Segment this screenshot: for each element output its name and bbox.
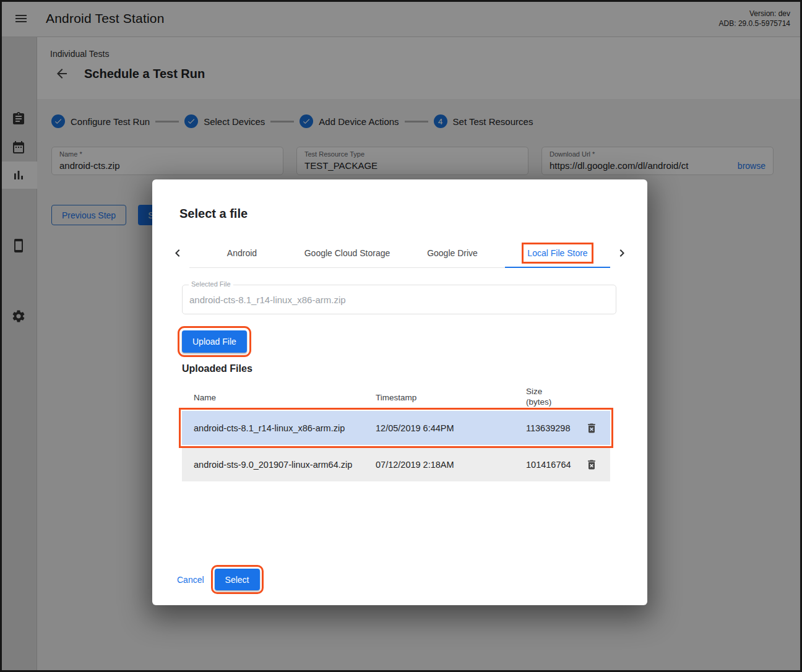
tab-label: Google Cloud Storage [304, 248, 390, 258]
table-header-row: Name Timestamp Size (bytes) [182, 384, 610, 411]
uploaded-files-table: Name Timestamp Size (bytes) android-cts-… [182, 384, 610, 484]
tab-local-file-store[interactable]: Local File Store [505, 238, 610, 267]
trash-icon [585, 459, 598, 471]
tab-android[interactable]: Android [189, 238, 295, 267]
timestamp-cell: 12/05/2019 6:44PM [376, 423, 526, 433]
tab-label: Android [227, 248, 257, 258]
chevron-left-icon [170, 246, 185, 261]
file-name-cell: android-cts-8.1_r14-linux_x86-arm.zip [182, 423, 376, 433]
select-file-dialog: Select a file Android Google Cloud Stora… [152, 179, 647, 605]
size-cell: 113639298 [526, 423, 573, 433]
tab-google-cloud-storage[interactable]: Google Cloud Storage [295, 238, 400, 267]
delete-file-button[interactable] [583, 456, 600, 473]
cancel-button[interactable]: Cancel [177, 575, 204, 585]
tabs-scroll-left-button[interactable] [166, 238, 189, 268]
selected-file-value: android-cts-8.1_r14-linux_x86-arm.zip [189, 285, 609, 314]
upload-file-button[interactable]: Upload File [182, 330, 247, 353]
select-button[interactable]: Select [215, 569, 260, 590]
tabs: Android Google Cloud Storage Google Driv… [189, 238, 610, 268]
dialog-title: Select a file [179, 207, 248, 221]
selected-file-field[interactable]: Selected File android-cts-8.1_r14-linux_… [182, 285, 616, 314]
table-row[interactable]: android-sts-9.0_201907-linux-arm64.zip 0… [182, 447, 610, 481]
trash-icon [585, 422, 598, 434]
table-row[interactable]: android-cts-8.1_r14-linux_x86-arm.zip 12… [182, 411, 610, 445]
column-header-size: Size (bytes) [526, 387, 573, 408]
screen: Android Test Station Version: dev ADB: 2… [0, 0, 802, 672]
tab-google-drive[interactable]: Google Drive [400, 238, 505, 267]
dialog-footer: Cancel Select [177, 569, 260, 590]
column-header-name: Name [182, 393, 376, 402]
column-header-timestamp: Timestamp [376, 393, 526, 402]
delete-file-button[interactable] [583, 420, 600, 437]
tabs-scroll-right-button[interactable] [610, 238, 634, 268]
timestamp-cell: 07/12/2019 2:18AM [376, 460, 526, 470]
tab-label: Local File Store [527, 248, 587, 258]
chevron-right-icon [614, 246, 629, 261]
uploaded-files-title: Uploaded Files [182, 363, 252, 374]
dialog-tab-bar: Android Google Cloud Storage Google Driv… [166, 238, 634, 268]
tab-label: Google Drive [427, 248, 478, 258]
size-cell: 101416764 [526, 460, 573, 470]
file-name-cell: android-sts-9.0_201907-linux-arm64.zip [182, 460, 376, 470]
